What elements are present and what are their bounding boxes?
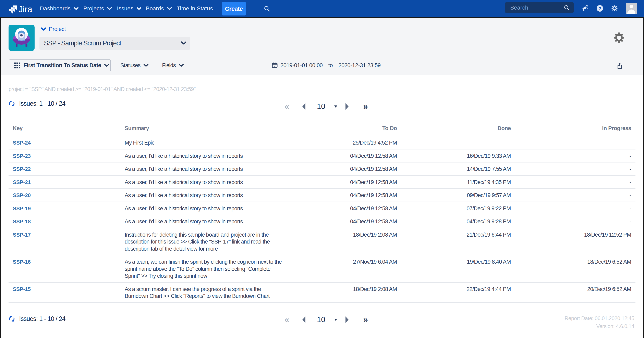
svg-text:?: ? [599,6,601,11]
